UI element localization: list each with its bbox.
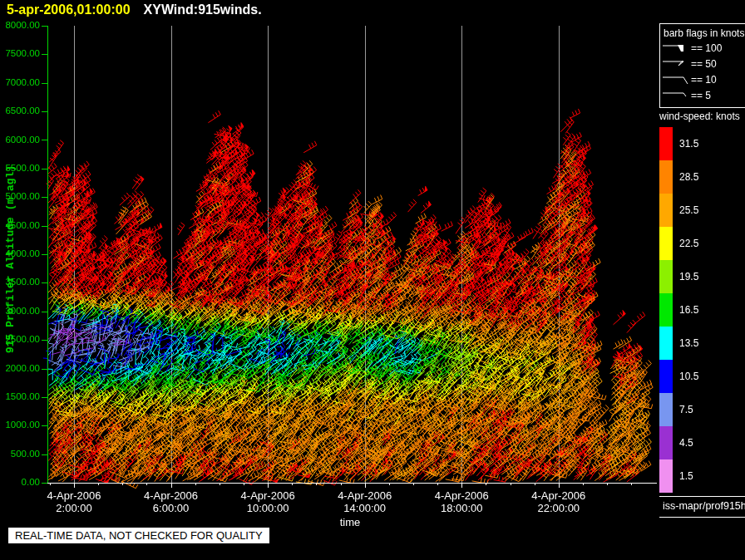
source-label: iss-mapr/prof915h: [663, 500, 745, 512]
colorbar-swatch: [659, 327, 673, 360]
y-tick-label: 1000.00: [0, 420, 40, 430]
x-axis-title: time: [332, 516, 368, 528]
colorbar-title: wind-speed: knots: [659, 111, 740, 122]
xywind-window: 5-apr-2006,01:00:00XYWind:915winds. 915 …: [0, 0, 745, 560]
x-tick-label: 4-Apr-20066:00:00: [133, 489, 210, 514]
title-bar: 5-apr-2006,01:00:00XYWind:915winds.: [7, 2, 262, 17]
colorbar-value-label: 1.5: [679, 470, 693, 482]
colorbar-value-label: 13.5: [679, 337, 698, 349]
colorbar-value-label: 19.5: [679, 271, 698, 282]
y-tick-label: 3500.00: [0, 277, 40, 287]
barb-legend-label: == 50: [691, 58, 717, 70]
quality-banner: REAL-TIME DATA, NOT CHECKED FOR QUALITY: [8, 528, 269, 543]
y-tick-label: 5000.00: [0, 191, 40, 201]
colorbar-swatch: [659, 426, 673, 459]
wind-barb-chart[interactable]: [0, 0, 745, 560]
legend-separator-bottom: [659, 517, 745, 518]
y-tick-label: 5500.00: [0, 163, 40, 173]
x-tick-label: 4-Apr-200610:00:00: [229, 489, 306, 514]
x-tick-label: 4-Apr-200622:00:00: [521, 489, 597, 514]
colorbar-value-label: 25.5: [679, 204, 698, 216]
colorbar-value-label: 31.5: [679, 138, 698, 150]
legend-separator-top: [659, 496, 745, 497]
barb-flags-legend: barb flags in knots == 100== 50== 10== 5: [659, 23, 745, 108]
colorbar-value-label: 22.5: [679, 238, 698, 249]
flag-100-icon: [661, 41, 691, 56]
y-tick-label: 8000.00: [0, 20, 40, 30]
barb-legend-row: == 100: [660, 40, 745, 56]
colorbar-value-label: 16.5: [679, 304, 698, 316]
colorbar-swatch: [659, 127, 673, 160]
barb-10-icon: [661, 72, 691, 87]
y-tick-label: 4000.00: [0, 248, 40, 258]
colorbar-value-label: 28.5: [679, 171, 698, 183]
barb-legend-label: == 5: [691, 90, 711, 101]
app-title: XYWind:915winds.: [144, 2, 262, 17]
colorbar-swatch: [659, 260, 673, 293]
y-tick-label: 1500.00: [0, 391, 40, 401]
x-tick-label: 4-Apr-20062:00:00: [36, 489, 112, 514]
colorbar-swatch: [659, 293, 673, 327]
y-tick-label: 7000.00: [0, 77, 40, 87]
colorbar-swatch: [659, 393, 673, 426]
colorbar-swatch: [659, 227, 673, 260]
x-tick-label: 4-Apr-200614:00:00: [327, 489, 403, 514]
colorbar-swatch: [659, 360, 673, 393]
barb-legend-row: == 50: [660, 56, 745, 71]
y-tick-label: 7500.00: [0, 48, 40, 58]
y-tick-label: 6000.00: [0, 135, 40, 145]
barb-legend-row: == 5: [660, 87, 745, 103]
barb-legend-row: == 10: [660, 71, 745, 87]
colorbar-swatch: [659, 194, 673, 227]
y-tick-label: 2000.00: [0, 363, 40, 373]
colorbar-value-label: 7.5: [679, 404, 693, 415]
barb-legend-label: == 100: [691, 42, 722, 54]
barb-5-icon: [661, 88, 691, 103]
plot-timestamp: 5-apr-2006,01:00:00: [7, 2, 131, 17]
y-tick-label: 500.00: [0, 449, 40, 459]
x-tick-label: 4-Apr-200618:00:00: [423, 489, 500, 514]
colorbar-swatch: [659, 459, 673, 493]
colorbar-value-label: 10.5: [679, 371, 698, 382]
colorbar-value-label: 4.5: [679, 437, 693, 449]
y-tick-label: 4500.00: [0, 220, 40, 230]
barb-legend-label: == 10: [691, 74, 717, 86]
flag-50-icon: [661, 56, 691, 71]
barb-legend-rows: == 100== 50== 10== 5: [660, 40, 745, 103]
colorbar-swatch: [659, 160, 673, 194]
y-tick-label: 3000.00: [0, 306, 40, 316]
y-tick-label: 6500.00: [0, 106, 40, 115]
y-tick-label: 2500.00: [0, 334, 40, 344]
barb-legend-title: barb flags in knots: [664, 27, 745, 39]
y-tick-label: 0.00: [0, 477, 40, 487]
